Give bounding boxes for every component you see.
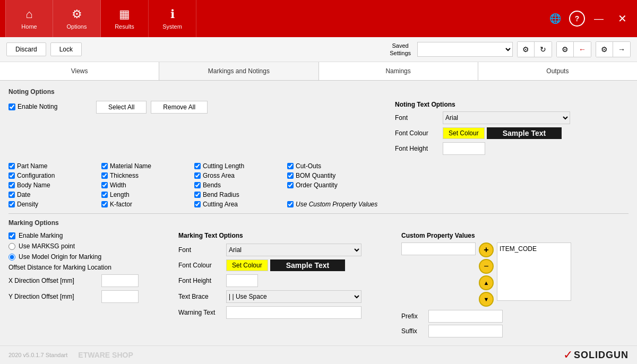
refresh-icon[interactable]: ↻ [535, 42, 552, 57]
list-item[interactable]: ITEM_CODE [500, 245, 569, 253]
tab-markings[interactable]: Markings and Notings [159, 62, 318, 80]
y-offset-label: Y Direction Offset [mm] [8, 293, 101, 300]
checkbox-k-factor: K-factor [101, 201, 194, 208]
checkbox-bom-quantity: BOM Quantity [287, 172, 420, 179]
sample-text-noting: Sample Text [487, 127, 562, 139]
mark-font-select[interactable]: Arial [226, 244, 361, 256]
saved-settings-dropdown[interactable] [417, 42, 513, 57]
options-icon: ⚙ [72, 7, 82, 21]
suffix-label: Suffix [401, 327, 425, 335]
nav-home[interactable]: ⌂ Home [5, 0, 53, 37]
move-down-button[interactable]: ▼ [479, 292, 494, 307]
use-model-origin-radio[interactable] [8, 254, 15, 261]
settings-group-1: ⚙ ↻ [517, 41, 552, 57]
add-property-button[interactable]: + [479, 242, 494, 257]
noting-text-options: Noting Text Options Font Arial Font Colo… [395, 101, 629, 158]
content-area: Noting Options Enable Noting Select All … [0, 81, 637, 364]
warning-text-input[interactable]: Örnek 'Renkli İfadeler Markalanacak' [226, 306, 361, 319]
system-icon: ℹ [170, 7, 175, 21]
minimize-icon[interactable]: — [589, 9, 608, 28]
mark-sample-text: Sample Text [270, 259, 345, 271]
mark-font-height-label: Font Height [178, 277, 226, 284]
checkbox-width: Width [101, 181, 194, 189]
move-up-button[interactable]: ▲ [479, 275, 494, 290]
remove-all-button[interactable]: Remove All [151, 101, 208, 114]
offset-distance-label: Offset Distance for Marking Location [8, 264, 168, 271]
close-icon[interactable]: ✕ [613, 9, 632, 28]
marking-right-panel: Custom Property Values + − ▲ ▼ ITEM_CODE [401, 232, 629, 337]
checkbox-use-custom: Use Custom Property Values [287, 201, 420, 208]
discard-button[interactable]: Discard [6, 42, 46, 56]
arrow-left-icon[interactable]: ← [574, 42, 591, 57]
enable-noting-checkbox[interactable] [8, 103, 15, 110]
brand-check-icon: ✓ [563, 348, 573, 362]
font-height-label-noting: Font Height [395, 145, 443, 152]
use-marksg-radio[interactable] [8, 243, 15, 250]
nav-system[interactable]: ℹ System [149, 0, 196, 37]
checkbox-thickness: Thickness [101, 172, 194, 179]
marking-text-title: Marking Text Options [178, 232, 391, 239]
marking-left-panel: Enable Marking Use MARKSG point Use Mode… [8, 232, 168, 337]
enable-marking-checkbox[interactable] [8, 232, 15, 239]
brand-name: SOLIDGUN [574, 350, 629, 361]
text-brace-label: Text Brace [178, 293, 226, 300]
noting-options-section: Noting Options Enable Noting Select All … [8, 88, 629, 208]
suffix-input[interactable]: WT [428, 325, 503, 337]
x-offset-label: X Direction Offset [mm] [8, 277, 101, 284]
prefix-input[interactable]: ST [428, 310, 503, 323]
select-all-button[interactable]: Select All [96, 101, 147, 114]
font-colour-label-noting: Font Colour [395, 129, 443, 137]
tab-namings[interactable]: Namings [319, 62, 478, 80]
header: ⌂ Home ⚙ Options ▦ Results ℹ System 🌐 ? … [0, 0, 637, 37]
set-colour-button-noting[interactable]: Set Colour [443, 127, 485, 139]
gear-icon-1[interactable]: ⚙ [518, 42, 535, 57]
mark-set-colour-button[interactable]: Set Colour [226, 259, 268, 271]
text-brace-select[interactable]: | | Use Space [226, 290, 361, 303]
font-height-input-noting[interactable]: 12 [443, 142, 485, 155]
checkbox-cutting-length: Gross Area [194, 172, 287, 179]
checkbox-date: Date [8, 191, 101, 198]
noting-options-title: Noting Options [8, 88, 629, 96]
mark-font-colour-label: Font Colour [178, 262, 226, 269]
custom-property-list[interactable]: ITEM_CODE [497, 242, 571, 301]
saved-settings-label: SavedSettings [390, 42, 411, 57]
checkbox-gross-area: Bends [194, 181, 287, 189]
nav-results[interactable]: ▦ Results [101, 0, 149, 37]
tabs-bar: Views Markings and Notings Namings Outpu… [0, 62, 637, 81]
prefix-label: Prefix [401, 313, 425, 320]
checkbox-cut-outs: Cut-Outs [287, 162, 420, 170]
checkbox-order-quantity: Order Quantity [287, 181, 420, 189]
checkbox-cutting-area: Cutting Length [194, 162, 287, 170]
warning-text-label: Warning Text [178, 309, 226, 316]
arrow-right-icon[interactable]: → [613, 42, 630, 57]
settings-group-2: ⚙ ← [556, 41, 591, 57]
noting-text-title: Noting Text Options [395, 101, 629, 108]
checkbox-material-name: Material Name [101, 162, 194, 170]
nav-options[interactable]: ⚙ Options [53, 0, 101, 37]
font-label-noting: Font [395, 114, 443, 122]
use-model-origin-label: Use Model Origin for Marking [19, 253, 101, 261]
checkbox-bend-radius: Cutting Area [194, 201, 287, 208]
checkbox-density: Density [8, 201, 101, 208]
tab-views[interactable]: Views [0, 62, 159, 80]
marking-middle-panel: Marking Text Options Font Arial Font Col… [178, 232, 391, 337]
mark-font-height-input[interactable]: 14 [226, 274, 258, 287]
remove-property-button[interactable]: − [479, 259, 494, 274]
help-icon[interactable]: ? [569, 11, 585, 27]
tab-outputs[interactable]: Outputs [478, 62, 637, 80]
font-select-noting[interactable]: Arial [443, 111, 570, 124]
enable-noting-label: Enable Noting [18, 103, 57, 110]
gear-icon-3[interactable]: ⚙ [596, 42, 613, 57]
x-offset-input[interactable]: 0 [101, 274, 139, 287]
gear-icon-2[interactable]: ⚙ [557, 42, 574, 57]
globe-icon[interactable]: 🌐 [546, 9, 565, 28]
enable-marking-label: Enable Marking [19, 232, 63, 239]
use-marksg-label: Use MARKSG point [19, 242, 75, 250]
custom-property-input[interactable] [401, 242, 476, 255]
lock-button[interactable]: Lock [50, 42, 82, 56]
y-offset-input[interactable]: 0 [101, 290, 139, 303]
custom-prop-buttons: + − ▲ ▼ [479, 242, 494, 307]
checkbox-bends: Bend Radius [194, 191, 287, 198]
brand-logo: ✓ SOLIDGUN [563, 348, 629, 362]
prefix-suffix-section: Prefix ST Suffix WT [401, 310, 629, 337]
